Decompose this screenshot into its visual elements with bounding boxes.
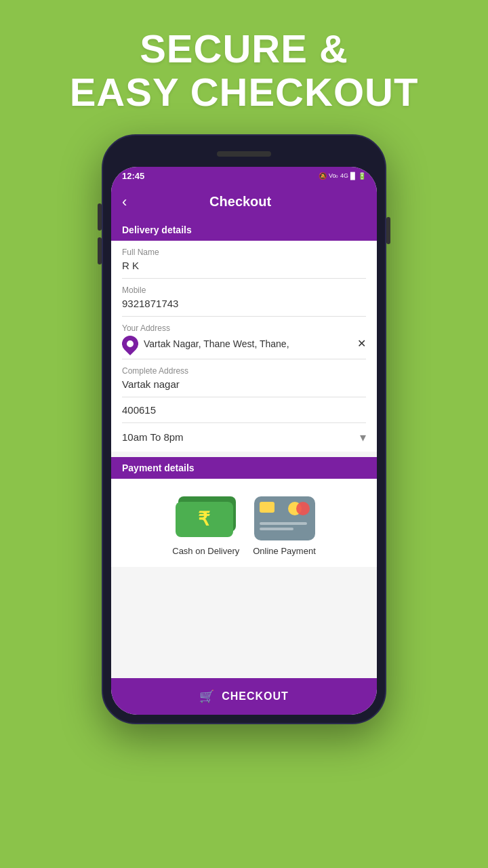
cash-icon: ₹ bbox=[176, 496, 237, 540]
complete-address-value: Vartak nagar bbox=[122, 378, 366, 390]
mobile-label: Mobile bbox=[122, 285, 366, 295]
status-bar: 12:45 🔕 Vo₀ 4G ▉ 🔋 bbox=[111, 167, 377, 185]
app-header: ‹ Checkout bbox=[111, 185, 377, 219]
pincode-field[interactable]: 400615 bbox=[122, 397, 366, 423]
address-row: Vartak Nagar, Thane West, Thane, ✕ bbox=[122, 336, 366, 352]
location-pin-icon bbox=[119, 332, 142, 355]
full-name-field[interactable]: Full Name R K bbox=[122, 241, 366, 279]
back-button[interactable]: ‹ bbox=[122, 193, 127, 211]
online-payment-option[interactable]: Online Payment bbox=[253, 496, 316, 556]
complete-address-field[interactable]: Complete Address Vartak nagar bbox=[122, 359, 366, 397]
checkout-button[interactable]: 🛒 CHECKOUT bbox=[111, 678, 377, 715]
cash-label: Cash on Delivery bbox=[172, 546, 239, 556]
card-chip-row bbox=[260, 502, 274, 513]
rupee-symbol: ₹ bbox=[198, 508, 210, 530]
hero-line1: SECURE & bbox=[140, 26, 348, 71]
online-label: Online Payment bbox=[253, 546, 316, 556]
dropdown-arrow-icon: ▾ bbox=[360, 430, 366, 445]
payment-section-header: Payment details bbox=[111, 457, 377, 479]
cash-note-front: ₹ bbox=[176, 502, 233, 537]
payment-section: ₹ Cash on Delivery bbox=[111, 479, 377, 567]
card-line-1 bbox=[260, 522, 307, 525]
checkout-icon: 🛒 bbox=[199, 689, 215, 704]
card-line-2 bbox=[260, 528, 293, 530]
checkout-label: CHECKOUT bbox=[222, 690, 289, 703]
page-title: Checkout bbox=[135, 194, 346, 210]
network-icon: Vo₀ 4G bbox=[329, 172, 348, 179]
delivery-time-row: 10am To 8pm ▾ bbox=[122, 430, 366, 445]
clear-address-button[interactable]: ✕ bbox=[357, 337, 366, 350]
card-chip bbox=[260, 502, 274, 513]
status-icons: 🔕 Vo₀ 4G ▉ 🔋 bbox=[319, 172, 366, 180]
address-text: Vartak Nagar, Thane West, Thane, bbox=[144, 338, 352, 349]
volume-up-button bbox=[98, 203, 102, 231]
cash-on-delivery-option[interactable]: ₹ Cash on Delivery bbox=[172, 496, 239, 556]
full-name-value: R K bbox=[122, 260, 366, 271]
power-button bbox=[386, 217, 390, 244]
phone-notch bbox=[111, 144, 377, 164]
power-buttons bbox=[386, 217, 390, 244]
phone-frame: 12:45 🔕 Vo₀ 4G ▉ 🔋 ‹ Checkout Delivery d… bbox=[102, 134, 386, 724]
card-circle-red bbox=[296, 502, 310, 515]
pincode-value: 400615 bbox=[122, 404, 366, 416]
address-label: Your Address bbox=[122, 323, 366, 333]
delivery-form: Full Name R K Mobile 9321871743 Your Add… bbox=[111, 241, 377, 452]
card-circles bbox=[288, 502, 310, 515]
mobile-value: 9321871743 bbox=[122, 298, 366, 309]
battery-icon: 🔋 bbox=[358, 172, 366, 180]
mute-icon: 🔕 bbox=[319, 172, 327, 180]
address-field[interactable]: Your Address Vartak Nagar, Thane West, T… bbox=[122, 317, 366, 359]
card-lines bbox=[260, 522, 307, 530]
mobile-field[interactable]: Mobile 9321871743 bbox=[122, 279, 366, 317]
full-name-label: Full Name bbox=[122, 248, 366, 257]
hero-line2: EASY CHECKOUT bbox=[70, 70, 419, 114]
volume-down-button bbox=[98, 237, 102, 264]
delivery-time-field[interactable]: 10am To 8pm ▾ bbox=[122, 423, 366, 452]
delivery-time-value: 10am To 8pm bbox=[122, 431, 184, 443]
phone-speaker bbox=[217, 151, 271, 157]
signal-icon: ▉ bbox=[350, 172, 356, 180]
scroll-content[interactable]: Delivery details Full Name R K Mobile 93… bbox=[111, 219, 377, 678]
hero-text: SECURE & EASY CHECKOUT bbox=[70, 27, 419, 114]
volume-buttons bbox=[98, 203, 102, 264]
payment-options: ₹ Cash on Delivery bbox=[122, 496, 366, 556]
delivery-section-header: Delivery details bbox=[111, 219, 377, 241]
card-icon bbox=[254, 496, 315, 540]
complete-address-label: Complete Address bbox=[122, 366, 366, 376]
phone-screen: 12:45 🔕 Vo₀ 4G ▉ 🔋 ‹ Checkout Delivery d… bbox=[111, 167, 377, 715]
status-time: 12:45 bbox=[122, 171, 144, 181]
